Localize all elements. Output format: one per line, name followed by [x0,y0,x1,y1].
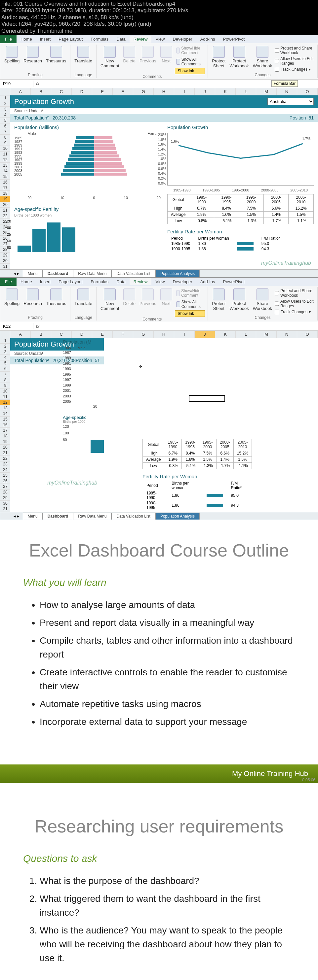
tab-addins[interactable]: Add-Ins [197,36,219,43]
excel-window-1: File Home Insert Page Layout Formulas Da… [0,35,318,278]
ribbon-tabs: File Home Insert Page Layout Formulas Da… [0,35,318,43]
slide-course-outline: Excel Dashboard Course Outline What you … [0,520,318,751]
delete-comment-button[interactable]: Delete [121,45,137,64]
show-ink-button[interactable]: Show Ink [175,68,205,74]
showall-comments-button[interactable]: Show All Comments [175,56,205,67]
research-button[interactable]: Research [22,45,43,64]
worksheet-canvas-2[interactable]: Population Growth Source: Undata¹ Total … [10,338,104,512]
column-headers: ABCDEFGHIJKLMNO [0,88,318,95]
slide-user-requirements: Researching user requirements Questions … [0,796,318,980]
frw-title: Fertility Rate per Woman [167,229,314,234]
showhide-icon [176,48,180,54]
worksheet-canvas[interactable]: Population Growth Australia Source: Unda… [10,95,318,269]
fertility-rate-table: PeriodBirths per womanF/M Ratio*1985-199… [167,235,284,251]
slide-list: How to analyse large amounts of dataPres… [23,598,295,729]
protect-sheet-button[interactable]: Protect Sheet [211,45,227,69]
formula-bar-tooltip: Formula Bar [272,80,298,87]
fertility-bar-chart: 120 100 25 60 80 [14,219,161,252]
video-metadata: File: 001 Course Overview and Introducti… [0,0,318,35]
slide-subtitle: What you will learn [23,577,295,588]
sheet-tab-dashboard[interactable]: Dashboard [43,270,74,277]
tab-home[interactable]: Home [16,36,36,43]
summary-bar: Total Population² 20,310,208 Position 51 [10,114,318,122]
slide-footer: My Online Training Hub 0:05:06 [0,764,318,783]
sheet-tab-menu[interactable]: Menu [23,270,43,277]
slide-subtitle: Questions to ask [23,853,295,864]
spelling-button[interactable]: Spelling [3,45,21,64]
slide-title: Researching user requirements [23,816,295,837]
formula-bar: P19 fx Formula Bar [0,80,318,88]
tab-formulas[interactable]: Formulas [86,36,112,43]
sheet-tab-rawdata[interactable]: Raw Data Menu [73,270,112,277]
fx-icon[interactable]: fx [34,81,42,86]
col-a[interactable]: A [10,88,31,95]
timestamp: 0:05:06 [302,778,315,782]
pop-millions-title: Population (Millions) [14,124,161,130]
thesaurus-button[interactable]: Thesaurus [45,45,67,64]
prev-icon [142,46,154,58]
share-workbook-button[interactable]: Share Workbook [252,45,273,69]
comment-icon [104,46,116,58]
translate-button[interactable]: Translate [73,45,94,64]
protect-workbook-button[interactable]: Protect Workbook [228,45,250,69]
file-tab[interactable]: File [0,278,16,286]
prev-comment-button[interactable]: Previous [138,45,158,64]
sheet-tab-validation[interactable]: Data Validation List [112,270,155,277]
thesaurus-icon [50,46,62,58]
group-language: Translate Language [70,45,96,78]
sheet-tabs: ◂ ▸ Menu Dashboard Raw Data Menu Data Va… [0,269,318,277]
tab-powerpivot[interactable]: PowerPivot [219,36,249,43]
dashboard-title-bar: Population Growth Australia [10,95,318,108]
excel-window-2: File HomeInsertPage LayoutFormulasDataRe… [0,278,318,520]
name-box[interactable]: P19 [0,81,34,87]
showhide-comment-button[interactable]: Show/Hide Comment [175,45,205,56]
showall-icon [176,59,180,65]
next-comment-button[interactable]: Next [159,45,174,64]
watermark: myOnlineTraininghub [261,260,311,266]
fertility-title: Age-specific Fertility [14,206,161,212]
population-pyramid-chart: 1985198719891991199319951997199920012003… [14,136,161,196]
translate-icon [77,46,89,58]
country-select[interactable]: Australia [267,98,314,105]
tab-developer[interactable]: Developer [169,36,196,43]
allow-users-checkbox[interactable]: Allow Users to Edit Ranges [275,56,315,66]
group-changes: Protect Sheet Protect Workbook Share Wor… [208,45,318,78]
ribbon: Spelling Research Thesaurus Proofing Tra… [0,43,318,80]
active-cell[interactable] [189,395,225,402]
lock-icon [213,46,225,58]
workbook-lock-icon [233,46,245,58]
protect-share-checkbox[interactable]: Protect and Share Workbook [275,46,315,55]
tab-data[interactable]: Data [112,36,129,43]
track-changes-button[interactable]: Track Changes ▾ [275,67,315,72]
growth-chart-title: Population Growth [167,124,314,130]
sheet-tab-population[interactable]: Population Analysis [155,270,200,277]
population-growth-chart: 2.0%1.8%1.6%1.4%1.2%1.0%0.8%0.6%0.4%0.2%… [167,133,314,186]
research-icon [27,46,39,58]
source-text: Source: Undata¹ [10,108,318,114]
file-tab[interactable]: File [0,35,16,43]
tab-pagelayout[interactable]: Page Layout [54,36,86,43]
name-box[interactable]: K12 [0,323,34,329]
global-data-table: Global1985-19901990-19951995-20002000-20… [167,194,314,224]
side-chart-panel: Population (M 1985Male 19871989199119931… [61,338,104,443]
group-comments: New Comment Delete Previous Next Show/Hi… [96,45,208,78]
next-icon [160,46,172,58]
slide-list: What is the purpose of the dashboard?Wha… [23,874,295,965]
slide-title: Excel Dashboard Course Outline [23,540,295,560]
spelling-icon [6,46,18,58]
tab-review[interactable]: Review [129,36,152,43]
delete-icon [123,46,135,58]
group-proofing: Spelling Research Thesaurus Proofing [0,45,70,78]
page-title: Population Growth [14,97,74,106]
share-icon [257,46,268,58]
tab-view[interactable]: View [152,36,169,43]
new-comment-button[interactable]: New Comment [99,45,120,69]
tab-insert[interactable]: Insert [36,36,55,43]
row-headers: 1234567891011121314151617181920212223242… [0,95,10,269]
